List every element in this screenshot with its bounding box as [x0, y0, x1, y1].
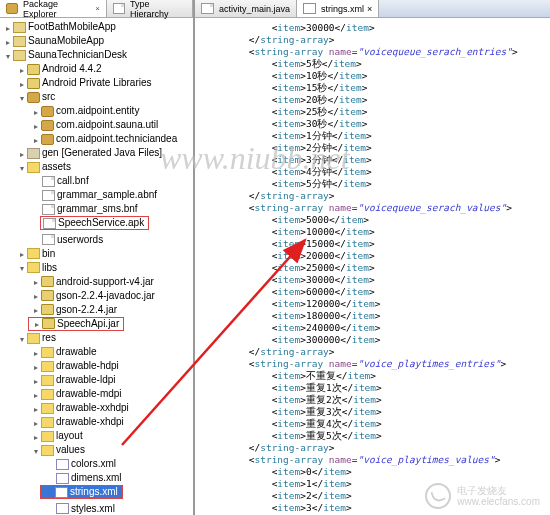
- package-icon: [41, 106, 54, 117]
- highlighted-file[interactable]: ▸SpeechApi.jar: [28, 317, 124, 331]
- view-tabs: Package Explorer × Type Hierarchy: [0, 0, 193, 18]
- folder-icon: [41, 417, 54, 428]
- tab-type-hierarchy[interactable]: Type Hierarchy: [107, 0, 193, 17]
- library-icon: [27, 64, 40, 75]
- folder-icon: [41, 347, 54, 358]
- library-icon: [27, 78, 40, 89]
- editor-panel: activity_main.java strings.xml × <item>3…: [195, 0, 550, 515]
- elecfans-logo-icon: [425, 483, 451, 509]
- folder-icon: [41, 361, 54, 372]
- java-file-icon: [201, 3, 214, 14]
- xml-file-icon: [303, 3, 316, 14]
- src-folder-node[interactable]: ▾src: [0, 90, 193, 104]
- folder-icon: [27, 248, 40, 259]
- editor-tab-strings-xml[interactable]: strings.xml ×: [297, 0, 379, 17]
- src-icon: [27, 92, 40, 103]
- folder-icon: [41, 431, 54, 442]
- jar-node[interactable]: ▸android-support-v4.jar: [0, 275, 193, 289]
- jar-icon: [41, 276, 54, 287]
- file-icon: [42, 190, 55, 201]
- xml-icon: [55, 487, 68, 498]
- folder-icon: [41, 403, 54, 414]
- folder-node[interactable]: ▸drawable: [0, 345, 193, 359]
- project-node[interactable]: ▸SaunaMobileApp: [0, 34, 193, 48]
- xml-icon: [56, 473, 69, 484]
- package-icon: [6, 3, 18, 14]
- file-icon: [42, 204, 55, 215]
- tab-label: Type Hierarchy: [130, 0, 186, 19]
- package-node[interactable]: ▸com.aidpoint.entity: [0, 104, 193, 118]
- file-icon: [42, 176, 55, 187]
- folder-node[interactable]: ▾res: [0, 331, 193, 345]
- gen-folder-node[interactable]: ▸gen [Generated Java Files]: [0, 146, 193, 160]
- library-node[interactable]: ▸Android 4.4.2: [0, 62, 193, 76]
- folder-node[interactable]: ▸drawable-hdpi: [0, 359, 193, 373]
- file-icon: [43, 218, 56, 229]
- tab-label: strings.xml: [321, 4, 364, 14]
- project-tree[interactable]: ▸FootBathMobileApp ▸SaunaMobileApp ▾Saun…: [0, 18, 193, 515]
- xml-icon: [56, 459, 69, 470]
- folder-node[interactable]: ▸bin: [0, 247, 193, 261]
- file-node[interactable]: grammar_sms.bnf: [0, 202, 193, 216]
- file-icon: [42, 234, 55, 245]
- highlighted-file[interactable]: SpeechService.apk: [40, 216, 149, 230]
- folder-node[interactable]: ▾assets: [0, 160, 193, 174]
- project-node[interactable]: ▸FootBathMobileApp: [0, 20, 193, 34]
- folder-node[interactable]: ▸drawable-xhdpi: [0, 415, 193, 429]
- package-icon: [41, 120, 54, 131]
- xml-icon: [56, 503, 69, 514]
- file-node[interactable]: colors.xml: [0, 457, 193, 471]
- file-node[interactable]: styles.xml: [0, 502, 193, 516]
- tab-label: activity_main.java: [219, 4, 290, 14]
- jar-icon: [42, 318, 55, 329]
- package-icon: [41, 134, 54, 145]
- close-icon[interactable]: ×: [95, 4, 100, 13]
- hierarchy-icon: [113, 3, 125, 14]
- folder-node[interactable]: ▸layout: [0, 429, 193, 443]
- package-node[interactable]: ▸com.aidpoint.sauna.util: [0, 118, 193, 132]
- jar-icon: [41, 290, 54, 301]
- folder-icon: [27, 333, 40, 344]
- close-icon[interactable]: ×: [367, 4, 372, 14]
- footer-brand: 电子发烧友: [457, 485, 540, 496]
- jar-node[interactable]: ▸gson-2.2.4.jar: [0, 303, 193, 317]
- folder-icon: [41, 445, 54, 456]
- footer-watermark: 电子发烧友 www.elecfans.com: [425, 483, 540, 509]
- folder-icon: [41, 375, 54, 386]
- jar-node[interactable]: ▸gson-2.2.4-javadoc.jar: [0, 289, 193, 303]
- file-node[interactable]: grammar_sample.abnf: [0, 188, 193, 202]
- footer-url: www.elecfans.com: [457, 496, 540, 507]
- folder-node[interactable]: ▸drawable-ldpi: [0, 373, 193, 387]
- folder-node[interactable]: ▾libs: [0, 261, 193, 275]
- package-node[interactable]: ▸com.aidpoint.techniciandea: [0, 132, 193, 146]
- folder-icon: [27, 262, 40, 273]
- file-node[interactable]: call.bnf: [0, 174, 193, 188]
- jar-icon: [41, 304, 54, 315]
- project-icon: [13, 22, 26, 33]
- folder-node[interactable]: ▸drawable-mdpi: [0, 387, 193, 401]
- tab-label: Package Explorer: [23, 0, 88, 19]
- project-icon: [13, 36, 26, 47]
- folder-node[interactable]: ▸drawable-xxhdpi: [0, 401, 193, 415]
- code-editor[interactable]: <item>30000</item> </string-array> <stri…: [195, 18, 550, 515]
- project-icon: [13, 50, 26, 61]
- tab-package-explorer[interactable]: Package Explorer ×: [0, 0, 107, 17]
- gen-folder-icon: [27, 148, 40, 159]
- folder-node[interactable]: ▾values: [0, 443, 193, 457]
- folder-icon: [41, 389, 54, 400]
- project-node[interactable]: ▾SaunaTechnicianDesk: [0, 48, 193, 62]
- selected-file[interactable]: strings.xml: [40, 485, 123, 499]
- editor-tabs: activity_main.java strings.xml ×: [195, 0, 550, 18]
- library-node[interactable]: ▸Android Private Libraries: [0, 76, 193, 90]
- folder-icon: [27, 162, 40, 173]
- editor-tab-activity-main[interactable]: activity_main.java: [195, 0, 297, 17]
- package-explorer-panel: Package Explorer × Type Hierarchy ▸FootB…: [0, 0, 195, 515]
- file-node[interactable]: dimens.xml: [0, 471, 193, 485]
- file-node[interactable]: userwords: [0, 233, 193, 247]
